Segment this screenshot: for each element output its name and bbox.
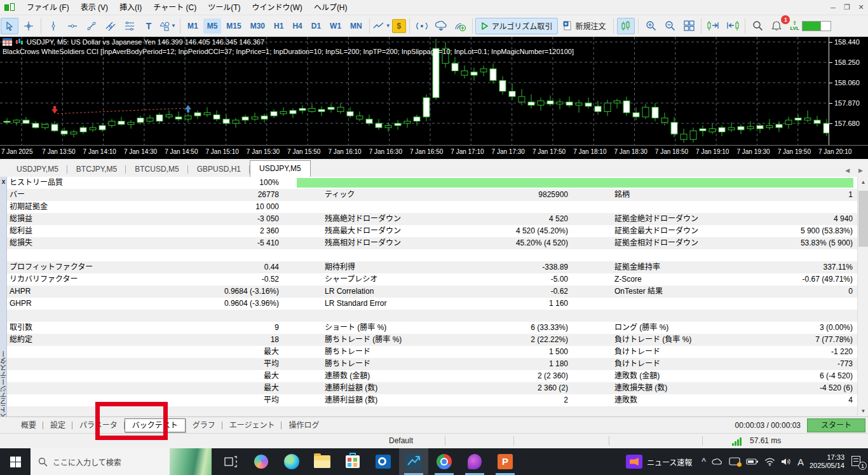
time-axis[interactable]: 7 Jan 20257 Jan 13:507 Jan 14:107 Jan 14… (0, 145, 868, 159)
price-axis[interactable]: 158.440158.250158.060157.870157.680 (829, 37, 868, 145)
lvl-slider[interactable] (802, 21, 831, 31)
tester-tab[interactable]: USDJPY,M5 (250, 160, 311, 177)
table-row[interactable]: GHPR0.9604 (-3.96%)LR Standard Error1 16… (7, 298, 857, 310)
scroll-up-icon[interactable]: ▲ (858, 177, 868, 188)
volume-icon[interactable] (781, 457, 792, 466)
taskbar-clock[interactable]: 17:33 2025/05/14 (810, 453, 844, 470)
start-menu-button[interactable] (0, 448, 31, 475)
table-row[interactable]: 最大連勝利益額 (数)2 360 (2)連敗損失額 (数)-4 520 (6) (7, 382, 857, 394)
timeframe-m30-button[interactable]: M30 (247, 18, 269, 34)
lvl-indicator[interactable]: ⇧ LVL (790, 21, 831, 31)
action-center-button[interactable]: 1 (850, 455, 864, 469)
backtest-report-table[interactable]: ヒストリー品質100%バー26778ティック9825900銘柄1初期証拠金10 … (7, 177, 857, 416)
table-row[interactable]: 総利益2 360残高最大ドローダウン4 520 (45.20%)証拠金最大ドロー… (7, 225, 857, 237)
edge-button[interactable] (277, 448, 306, 475)
timeframe-m15-button[interactable]: M15 (222, 18, 245, 34)
timeframe-m5-button[interactable]: M5 (203, 18, 222, 34)
menu-item[interactable]: ヘルプ(H) (308, 1, 353, 15)
tab-scroll-right-icon[interactable]: ▶ (858, 167, 863, 174)
zoom-out-button[interactable] (661, 18, 679, 34)
copilot-button[interactable] (247, 448, 276, 475)
table-row[interactable]: バー26778ティック9825900銘柄1 (7, 189, 857, 201)
minimize-button[interactable]: ─ (826, 4, 840, 11)
task-view-button[interactable] (216, 448, 245, 475)
tile-windows-button[interactable] (680, 18, 698, 34)
table-row[interactable]: プロフィットファクター0.44期待利得-338.89証拠金維持率337.11% (7, 261, 857, 273)
close-button[interactable]: ✕ (854, 3, 868, 11)
restore-button[interactable]: ❐ (840, 3, 854, 11)
tester-tab[interactable]: BTCJPY,M5 (67, 163, 126, 177)
chrome-button[interactable] (430, 448, 459, 475)
scrollbar-thumb[interactable] (858, 191, 868, 247)
fibonacci-tool-button[interactable] (121, 18, 139, 34)
table-row[interactable] (7, 310, 857, 322)
table-row[interactable]: 総損失-5 410残高相対ドローダウン45.20% (4 520)証拠金相対ドロ… (7, 237, 857, 249)
tester-section-tab[interactable]: 操作ログ (281, 418, 326, 433)
snip-tool-icon[interactable] (729, 457, 740, 466)
ime-indicator[interactable]: A (797, 457, 804, 467)
signals-icon[interactable] (413, 18, 431, 34)
tester-section-tab[interactable]: パラメータ (72, 418, 125, 433)
channel-tool-button[interactable] (102, 18, 119, 34)
onedrive-icon[interactable] (712, 457, 723, 466)
table-row[interactable]: リカバリファクター-0.52シャープレシオ-5.00Z-Score-0.67 (… (7, 273, 857, 286)
powerpoint-button[interactable]: P (491, 448, 520, 475)
profile-default-label[interactable]: Default (389, 436, 413, 445)
auto-scroll-button[interactable] (724, 18, 742, 34)
text-tool-button[interactable]: T (140, 18, 158, 34)
search-icon[interactable] (749, 18, 766, 34)
menu-item[interactable]: ツール(T) (202, 1, 246, 15)
candlestick-view-button[interactable] (617, 18, 635, 34)
tester-close-button[interactable]: x (1, 178, 6, 185)
chart-panel[interactable]: USDJPY, M5: US Dollar vs Japanese Yen 14… (0, 37, 868, 159)
shapes-tool-button[interactable]: ▼ (159, 18, 177, 34)
trendline-tool-button[interactable] (83, 18, 100, 34)
table-row[interactable] (7, 249, 857, 261)
table-row[interactable]: ヒストリー品質100% (7, 177, 857, 189)
timeframe-m1-button[interactable]: M1 (184, 18, 202, 34)
table-row[interactable]: 初期証拠金10 000 (7, 201, 857, 213)
file-explorer-button[interactable] (308, 448, 337, 475)
notifications-button[interactable]: 1 (768, 18, 785, 34)
timeframe-h4-button[interactable]: H4 (288, 18, 306, 34)
zoom-in-button[interactable] (642, 18, 660, 34)
vertical-line-tool-button[interactable] (44, 18, 62, 34)
menu-item[interactable]: ファイル (F) (21, 1, 75, 15)
table-row[interactable]: 総約定18勝ちトレード (勝率 %)2 (22.22%)負けトレード (負率 %… (7, 334, 857, 346)
menu-item[interactable]: チャート (C) (147, 1, 202, 15)
table-row[interactable]: 平均勝ちトレード1 180負けトレード-773 (7, 358, 857, 370)
photos-button[interactable] (460, 448, 489, 475)
crosshair-tool-button[interactable] (20, 18, 37, 34)
quotes-button[interactable]: $ (392, 19, 406, 33)
tester-tab[interactable]: USDJPY,M5 (8, 163, 67, 177)
table-row[interactable]: 総損益-3 050残高絶対ドローダウン4 520証拠金絶対ドローダウン4 940 (7, 213, 857, 225)
tester-section-tab[interactable]: グラフ (186, 418, 222, 433)
tester-section-tab[interactable]: 設定 (43, 418, 72, 433)
scroll-down-icon[interactable]: ▼ (858, 406, 868, 416)
news-widget[interactable]: ニュース速報 (622, 448, 696, 475)
tester-section-tab[interactable]: 概要 (14, 418, 43, 433)
table-row[interactable] (7, 406, 857, 416)
start-button[interactable]: スタート (807, 418, 865, 432)
menu-item[interactable]: 表示 (V) (75, 1, 114, 15)
shapes-dropdown-caret[interactable]: ▼ (171, 23, 176, 29)
horizontal-line-tool-button[interactable] (64, 18, 81, 34)
timeframe-d1-button[interactable]: D1 (308, 18, 325, 34)
menu-item[interactable]: 挿入(I) (114, 1, 147, 15)
cursor-tool-button[interactable] (1, 18, 18, 34)
metatrader5-taskbar-button[interactable] (399, 448, 428, 475)
timeframe-w1-button[interactable]: W1 (326, 18, 345, 34)
cloud-icon[interactable] (432, 18, 450, 34)
timeframe-h1-button[interactable]: H1 (270, 18, 287, 34)
broadcast-add-icon[interactable] (451, 18, 469, 34)
algo-trading-button[interactable]: アルゴリズム取引 (475, 18, 559, 34)
tester-tab[interactable]: GBPUSD,H1 (188, 163, 250, 177)
hidden-icons-chevron[interactable]: ^ (702, 457, 706, 467)
vertical-scrollbar[interactable]: ▲ ▼ (857, 177, 868, 416)
tab-scroll-left-icon[interactable]: ◀ (845, 167, 850, 174)
menu-item[interactable]: ウインドウ(W) (247, 1, 308, 15)
new-order-button[interactable]: 新規注文 (558, 18, 611, 34)
battery-icon[interactable] (746, 458, 759, 465)
tester-section-tab[interactable]: バックテスト (125, 418, 186, 432)
shift-end-button[interactable] (705, 18, 722, 34)
